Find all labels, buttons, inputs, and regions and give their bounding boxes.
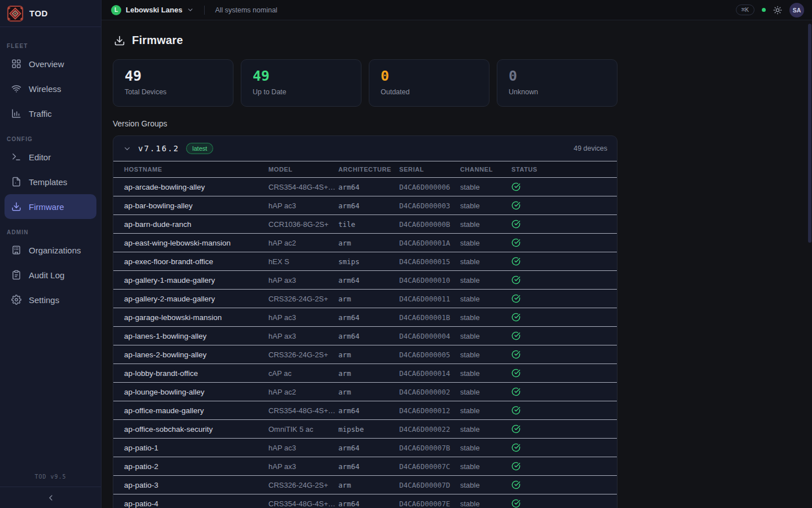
stats-row: 49Total Devices49Up to Date0Outdated0Unk… xyxy=(113,59,617,107)
table-row[interactable]: ap-office-maude-galleryCRS354-48G-4S+…ar… xyxy=(113,401,617,419)
hostname-cell: ap-gallery-2-maude-gallery xyxy=(124,295,268,303)
sidebar-item-organizations[interactable]: Organizations xyxy=(5,238,96,262)
stat-value: 49 xyxy=(253,68,350,84)
sidebar-item-editor[interactable]: Editor xyxy=(5,144,96,169)
sidebar-item-wireless[interactable]: Wireless xyxy=(5,76,96,101)
version-group-header[interactable]: v7.16.2 latest 49 devices xyxy=(113,136,617,161)
column-header-model: MODEL xyxy=(268,166,338,173)
table-row[interactable]: ap-barn-dude-ranchCCR1036-8G-2S+tileD4CA… xyxy=(113,214,617,233)
hostname-cell: ap-lounge-bowling-alley xyxy=(124,388,268,396)
org-selector[interactable]: L Lebowski Lanes xyxy=(111,5,194,15)
sidebar-item-overview[interactable]: Overview xyxy=(5,51,96,76)
status-cell xyxy=(511,387,617,396)
topbar-actions: ⌘K SA xyxy=(736,3,804,17)
hostname-cell: ap-patio-1 xyxy=(124,444,268,452)
table-row[interactable]: ap-gallery-1-maude-galleryhAP ax3arm64D4… xyxy=(113,270,617,289)
table-row[interactable]: ap-lanes-1-bowling-alleyhAP ax3arm64D4CA… xyxy=(113,326,617,345)
table-row[interactable]: ap-lounge-bowling-alleyhAP ac2armD4CA6D0… xyxy=(113,382,617,401)
command-palette-shortcut[interactable]: ⌘K xyxy=(736,5,754,15)
column-header-architecture: ARCHITECTURE xyxy=(338,166,399,173)
version-groups-label: Version Groups xyxy=(113,119,617,128)
status-cell xyxy=(511,406,617,415)
check-circle-icon xyxy=(511,220,520,229)
serial-cell: D4CA6D000004 xyxy=(399,332,460,340)
hostname-cell: ap-gallery-1-maude-gallery xyxy=(124,276,268,284)
check-circle-icon xyxy=(511,499,520,508)
download-icon xyxy=(11,202,21,212)
hostname-cell: ap-garage-lebowski-mansion xyxy=(124,313,268,322)
table-row[interactable]: ap-bar-bowling-alleyhAP ac3arm64D4CA6D00… xyxy=(113,196,617,214)
table-row[interactable]: ap-east-wing-lebowski-mansionhAP ac2armD… xyxy=(113,233,617,252)
table-row[interactable]: ap-gallery-2-maude-galleryCRS326-24G-2S+… xyxy=(113,289,617,308)
serial-cell: D4CA6D000006 xyxy=(399,183,460,191)
model-cell: CRS354-48G-4S+… xyxy=(268,183,338,191)
chevron-down-icon xyxy=(123,144,131,153)
gear-icon xyxy=(11,295,21,305)
sidebar-item-label: Firmware xyxy=(29,202,64,212)
architecture-cell: arm64 xyxy=(338,462,399,471)
check-circle-icon xyxy=(511,201,520,210)
column-header-status: STATUS xyxy=(511,166,617,173)
sidebar-item-label: Audit Log xyxy=(29,270,64,280)
user-avatar[interactable]: SA xyxy=(789,3,804,17)
vertical-scrollbar[interactable] xyxy=(808,24,811,243)
topbar: L Lebowski Lanes All systems nominal ⌘K … xyxy=(102,0,812,20)
channel-cell: stable xyxy=(460,481,511,489)
model-cell: cAP ac xyxy=(268,369,338,378)
hostname-cell: ap-patio-4 xyxy=(124,500,268,508)
bar-chart-icon xyxy=(11,108,21,119)
architecture-cell: mipsbe xyxy=(338,425,399,433)
table-row[interactable]: ap-lobby-brandt-officecAP acarmD4CA6D000… xyxy=(113,364,617,382)
channel-cell: stable xyxy=(460,388,511,396)
model-cell: hAP ac3 xyxy=(268,444,338,452)
channel-cell: stable xyxy=(460,202,511,210)
table-row[interactable]: ap-arcade-bowling-alleyCRS354-48G-4S+…ar… xyxy=(113,177,617,196)
status-cell xyxy=(511,294,617,303)
channel-cell: stable xyxy=(460,500,511,508)
sidebar-item-audit-log[interactable]: Audit Log xyxy=(5,262,96,287)
status-cell xyxy=(511,220,617,229)
model-cell: hAP ac3 xyxy=(268,202,338,210)
sidebar-item-settings[interactable]: Settings xyxy=(5,287,96,312)
sidebar-item-label: Overview xyxy=(29,59,64,69)
table-row[interactable]: ap-patio-3CRS326-24G-2S+armD4CA6D00007Ds… xyxy=(113,475,617,494)
model-cell: hAP ac2 xyxy=(268,239,338,247)
status-cell xyxy=(511,275,617,284)
sidebar-item-traffic[interactable]: Traffic xyxy=(5,101,96,126)
serial-cell: D4CA6D000010 xyxy=(399,276,460,284)
model-cell: OmniTIK 5 ac xyxy=(268,425,338,433)
architecture-cell: arm64 xyxy=(338,202,399,210)
file-icon xyxy=(11,177,21,187)
table-row[interactable]: ap-garage-lebowski-mansionhAP ac3arm64D4… xyxy=(113,308,617,326)
check-circle-icon xyxy=(511,350,520,359)
check-circle-icon xyxy=(511,424,520,433)
brand-header: TOD xyxy=(0,0,101,27)
sidebar-item-label: Settings xyxy=(29,295,59,305)
table-row[interactable]: ap-office-sobchak-securityOmniTIK 5 acmi… xyxy=(113,419,617,438)
table-row[interactable]: ap-patio-4CRS354-48G-4S+…arm64D4CA6D0000… xyxy=(113,494,617,508)
sidebar-collapse-button[interactable] xyxy=(0,487,101,508)
serial-cell: D4CA6D00007C xyxy=(399,462,460,471)
hostname-cell: ap-office-maude-gallery xyxy=(124,406,268,415)
table-row[interactable]: ap-exec-floor-brandt-officehEX SsmipsD4C… xyxy=(113,252,617,270)
serial-cell: D4CA6D00007B xyxy=(399,444,460,452)
architecture-cell: arm64 xyxy=(338,313,399,322)
architecture-cell: arm64 xyxy=(338,276,399,284)
architecture-cell: arm64 xyxy=(338,183,399,191)
channel-cell: stable xyxy=(460,444,511,452)
serial-cell: D4CA6D00001A xyxy=(399,239,460,247)
architecture-cell: arm64 xyxy=(338,444,399,452)
architecture-cell: arm xyxy=(338,351,399,359)
app-version: TOD v9.5 xyxy=(0,468,101,487)
table-row[interactable]: ap-lanes-2-bowling-alleyCRS326-24G-2S+ar… xyxy=(113,345,617,364)
table-row[interactable]: ap-patio-1hAP ac3arm64D4CA6D00007Bstable xyxy=(113,438,617,457)
sidebar-item-templates[interactable]: Templates xyxy=(5,169,96,194)
sidebar-item-label: Templates xyxy=(29,177,67,187)
device-count: 49 devices xyxy=(573,144,607,152)
architecture-cell: arm64 xyxy=(338,500,399,508)
org-name: Lebowski Lanes xyxy=(126,6,182,14)
sun-icon[interactable] xyxy=(773,6,782,15)
topbar-divider xyxy=(204,6,205,15)
sidebar-item-firmware[interactable]: Firmware xyxy=(5,194,96,219)
table-row[interactable]: ap-patio-2hAP ax3arm64D4CA6D00007Cstable xyxy=(113,457,617,475)
